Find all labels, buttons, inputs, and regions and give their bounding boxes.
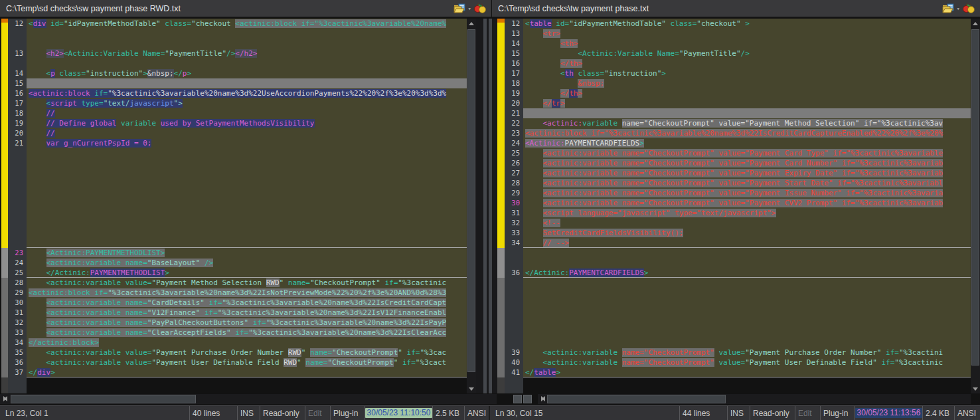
code-line-text[interactable]: </tr> (523, 98, 971, 108)
code-line-text[interactable] (27, 238, 467, 248)
code-line-text[interactable] (523, 108, 971, 118)
code-line-text[interactable] (27, 148, 467, 158)
code-line-text[interactable]: <actinic:variable name="BaseLayout" /> (27, 258, 467, 268)
code-line-text[interactable] (523, 338, 971, 348)
code-line-text[interactable] (27, 168, 467, 178)
code-line-text[interactable] (523, 308, 971, 318)
code-line-text[interactable] (27, 58, 467, 68)
code-line-text[interactable]: <p class="instruction">&nbsp;</p> (27, 68, 467, 78)
code-line-text[interactable]: <actinic:variable name="CheckoutPrompt" … (523, 118, 971, 128)
scroll-up-arrow-icon[interactable] (971, 19, 980, 28)
left-hscroll-thumb[interactable] (11, 395, 196, 403)
left-horizontal-scrollbar[interactable] (0, 394, 497, 404)
splitter-bar[interactable] (483, 19, 487, 393)
code-line-text[interactable]: <Actinic:PAYMENTCARDFIELDS> (523, 138, 971, 148)
code-line-text[interactable] (27, 78, 467, 88)
right-insert-mode-indicator[interactable]: INS (727, 406, 750, 420)
code-line-text[interactable]: <actinic:variable name="CheckoutPrompt" … (523, 358, 971, 368)
scroll-down-arrow-icon[interactable] (971, 384, 980, 393)
left-edit-indicator[interactable]: Edit (305, 406, 330, 420)
code-line-text[interactable]: <actinic:variable name="CheckoutPrompt" … (523, 168, 971, 178)
code-line-text[interactable]: <actinic:variable name="CheckoutPrompt" … (523, 148, 971, 158)
change-strip-diff-block[interactable] (1, 23, 8, 248)
code-line-text[interactable]: </Actinic:PAYMENTCARDFIELDS> (523, 268, 971, 278)
code-line-text[interactable]: <actinic:variable name="V12Finance" if="… (27, 308, 467, 318)
code-line-text[interactable]: </table> (523, 368, 971, 377)
code-line-text[interactable] (523, 278, 971, 288)
left-plugin-indicator[interactable]: Plug-in (330, 406, 365, 420)
code-line-text[interactable]: </th> (523, 58, 971, 68)
code-line-text[interactable]: <actinic:variable name="ClearAcceptField… (27, 328, 467, 338)
code-line-text[interactable]: <Actinic:Variable Name="PaymentTitle"/> (523, 49, 971, 58)
code-line-text[interactable]: <actinic:variable name="CheckoutPrompt" … (523, 158, 971, 168)
code-line-text[interactable]: </actinic:block> (27, 338, 467, 348)
code-line-text[interactable]: <table id="idPaymentMethodTable" class="… (523, 19, 971, 29)
code-line-text[interactable]: <!-- (523, 218, 971, 228)
code-line-text[interactable]: </div> (27, 368, 467, 377)
left-vscroll-thumb[interactable] (467, 29, 475, 372)
code-line-text[interactable]: <actinic:variable name="CheckoutPrompt" … (523, 198, 971, 208)
change-strip-block2[interactable] (497, 248, 505, 278)
code-line-text[interactable]: <actinic:block if="%3cactinic%3avariable… (27, 288, 467, 298)
scroll-right-arrow-icon[interactable] (538, 394, 547, 403)
code-line-text[interactable] (27, 228, 467, 238)
change-strip-diff-block[interactable] (497, 23, 505, 248)
open-file-dropdown-icon[interactable]: ▾ (957, 5, 960, 12)
left-insert-mode-indicator[interactable]: INS (237, 406, 260, 420)
code-line-text[interactable]: <script type="text/javascript"> (27, 98, 467, 108)
code-line-text[interactable] (27, 158, 467, 168)
code-line-text[interactable]: &nbsp; (523, 78, 971, 88)
right-horizontal-scrollbar[interactable] (538, 394, 971, 404)
code-line-text[interactable]: SetCreditCardFieldsVisibility(); (523, 228, 971, 238)
code-line-text[interactable]: <actinic:variable name="PayPalCheckoutBu… (27, 318, 467, 328)
code-line-text[interactable] (27, 178, 467, 188)
code-line-text[interactable]: <actinic:variable value="Payment User De… (27, 358, 467, 368)
code-line-text[interactable]: <tr> (523, 29, 971, 39)
code-line-text[interactable]: <actinic:variable name="CardDetails" if=… (27, 298, 467, 308)
code-line-text[interactable]: <actinic:block if="%3cactinic%3avariable… (523, 128, 971, 138)
code-line-text[interactable] (523, 288, 971, 298)
left-vertical-scrollbar[interactable] (467, 19, 476, 393)
compare-files-icon[interactable] (962, 3, 975, 14)
code-line-text[interactable]: <script language="javascript" type="text… (523, 208, 971, 218)
right-edit-indicator[interactable]: Edit (795, 406, 820, 420)
code-line-text[interactable] (523, 328, 971, 338)
code-line-text[interactable] (27, 188, 467, 198)
scroll-down-arrow-icon[interactable] (467, 384, 476, 393)
sync-scroll-button[interactable] (523, 395, 532, 403)
code-line-text[interactable]: // Define global variable used by SetPay… (27, 118, 467, 128)
code-line-text[interactable]: <th> (523, 39, 971, 49)
code-line-text[interactable]: <div id="idPaymentMethodTable" class="ch… (27, 19, 467, 29)
code-line-text[interactable] (27, 208, 467, 218)
change-strip-block3[interactable] (497, 278, 505, 377)
open-file-icon[interactable] (942, 3, 955, 14)
code-line-text[interactable] (523, 298, 971, 308)
code-line-text[interactable]: <actinic:variable name="CheckoutPrompt" … (523, 178, 971, 188)
code-line-text[interactable]: <actinic:variable name="CheckoutPrompt" … (523, 348, 971, 358)
change-strip-block2[interactable] (1, 248, 8, 278)
code-line-text[interactable]: </th> (523, 88, 971, 98)
open-file-dropdown-icon[interactable]: ▾ (468, 5, 471, 12)
right-vertical-scrollbar[interactable] (971, 19, 980, 393)
right-vscroll-thumb[interactable] (971, 29, 979, 366)
compare-files-icon[interactable] (473, 3, 487, 14)
code-line-text[interactable]: // (27, 128, 467, 138)
code-line-text[interactable]: <h2><Actinic:Variable Name="PaymentTitle… (27, 49, 467, 58)
code-line-text[interactable]: <actinic:block if="%3cactinic%3avariable… (27, 88, 467, 98)
code-line-text[interactable]: // --> (523, 238, 971, 248)
code-line-text[interactable] (27, 218, 467, 228)
code-line-text[interactable] (523, 318, 971, 328)
code-line-text[interactable] (27, 29, 467, 39)
code-line-text[interactable]: <actinic:variable value="Payment Purchas… (27, 348, 467, 358)
right-readonly-indicator[interactable]: Read-only (750, 406, 795, 420)
scroll-up-arrow-icon[interactable] (467, 19, 476, 28)
code-line-text[interactable] (27, 198, 467, 208)
code-line-text[interactable]: var g_nCurrentPspId = 0; (27, 138, 467, 148)
right-hscroll-thumb[interactable] (547, 395, 726, 403)
code-line-text[interactable]: // (27, 108, 467, 118)
code-line-text[interactable]: <actinic:variable value="Payment Method … (27, 278, 467, 288)
code-line-text[interactable] (523, 248, 971, 258)
right-plugin-indicator[interactable]: Plug-in (820, 406, 855, 420)
open-file-icon[interactable] (453, 3, 466, 14)
code-line-text[interactable] (27, 39, 467, 49)
